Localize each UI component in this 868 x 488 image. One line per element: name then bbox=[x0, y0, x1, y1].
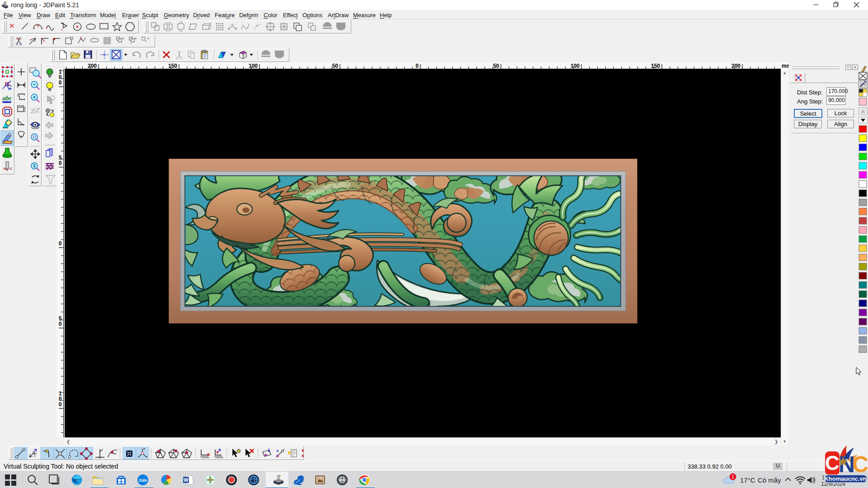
svg-text:abc: abc bbox=[2, 94, 12, 102]
svg-text:W: W bbox=[184, 477, 189, 483]
svg-text:Khomaucnc.vn: Khomaucnc.vn bbox=[824, 475, 866, 482]
svg-text:1: 1 bbox=[731, 474, 734, 479]
svg-text:17°C: 17°C bbox=[740, 476, 755, 484]
svg-text:100: 100 bbox=[571, 63, 580, 69]
svg-text:100: 100 bbox=[249, 63, 258, 69]
svg-text:C: C bbox=[852, 452, 868, 477]
svg-text:150: 150 bbox=[168, 63, 177, 69]
svg-text:0: 0 bbox=[59, 80, 62, 86]
svg-text:0: 0 bbox=[415, 63, 419, 69]
svg-text:0: 0 bbox=[59, 160, 62, 166]
svg-text:200: 200 bbox=[731, 63, 741, 69]
svg-text:Có mây: Có mây bbox=[758, 476, 781, 484]
svg-text:C: C bbox=[825, 452, 840, 474]
svg-text:50: 50 bbox=[332, 63, 339, 69]
svg-text:N: N bbox=[4, 167, 6, 171]
svg-text:Zalo: Zalo bbox=[139, 478, 147, 483]
svg-text:0: 0 bbox=[59, 321, 62, 327]
svg-text:150: 150 bbox=[651, 63, 660, 69]
svg-text:C: C bbox=[9, 167, 12, 171]
svg-text:200: 200 bbox=[88, 63, 97, 69]
svg-text:mm: mm bbox=[782, 63, 789, 69]
svg-text:0: 0 bbox=[59, 240, 62, 247]
svg-text:50: 50 bbox=[493, 63, 500, 69]
svg-text:0: 0 bbox=[59, 401, 62, 408]
